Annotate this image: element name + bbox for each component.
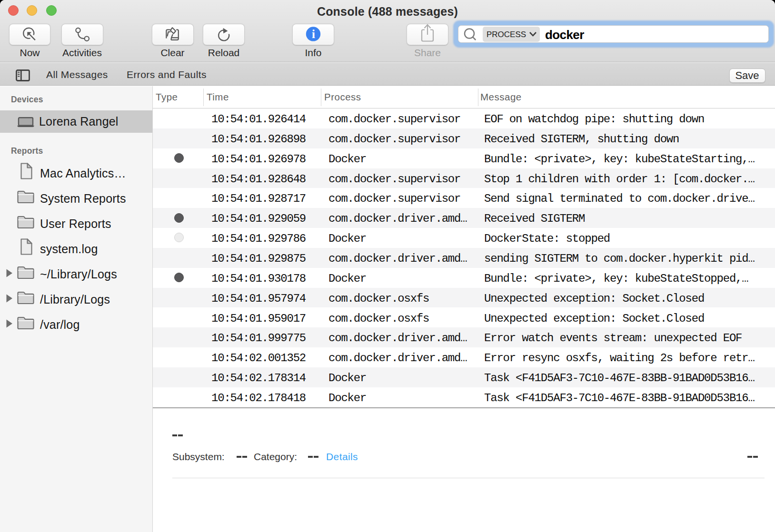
- svg-text:i: i: [312, 28, 315, 40]
